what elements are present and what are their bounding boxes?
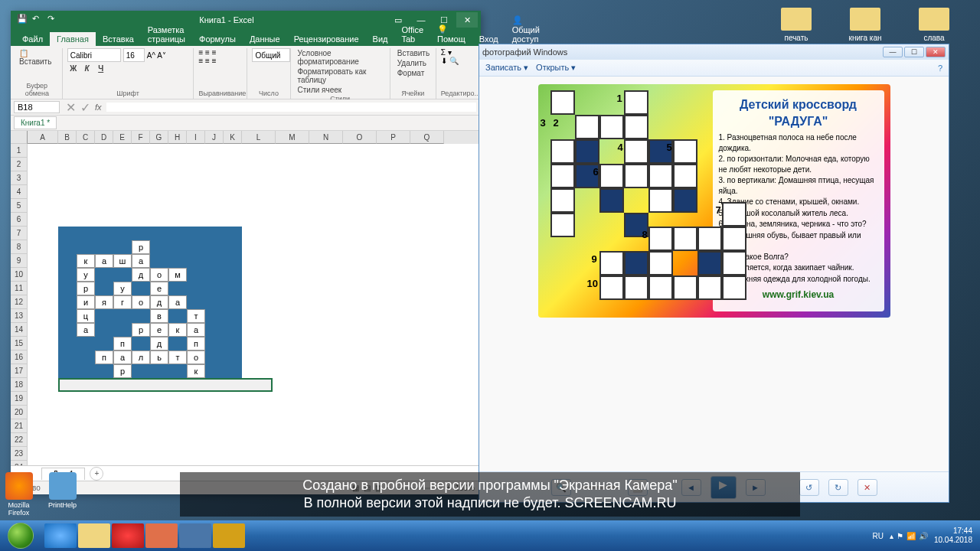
cell-styles-button[interactable]: Стили ячеек [296,85,345,95]
format-table-button[interactable]: Форматировать как таблицу [296,67,385,85]
row-header-1[interactable]: 1 [11,144,28,158]
col-header-B[interactable]: B [58,131,77,144]
spreadsheet-grid[interactable]: 1234567891011121314151617181920212223242… [11,131,481,465]
col-header-N[interactable]: N [309,131,343,144]
pv-close-button[interactable]: ✕ [926,47,946,57]
tab-review[interactable]: Рецензирование [287,32,366,46]
confirm-formula-icon[interactable]: ✓ [80,100,90,115]
cell-E11[interactable]: у [113,282,132,295]
desktop-folder-book[interactable]: книга кан [842,8,888,42]
cell-G12[interactable]: д [150,295,168,309]
tray-network-icon[interactable]: 📶 [906,532,916,540]
tab-formulas[interactable]: Формулы [192,32,243,46]
row-header-14[interactable]: 14 [11,323,28,337]
paste-button[interactable]: 📋Вставить [17,48,54,67]
col-header-Q[interactable]: Q [410,131,444,144]
insert-button[interactable]: Вставить [395,48,432,58]
row-header-7[interactable]: 7 [11,227,28,240]
row-header-3[interactable]: 3 [11,171,28,185]
row-header-21[interactable]: 21 [11,419,28,433]
cell-C13[interactable]: ц [77,309,95,323]
cell-H10[interactable]: м [168,268,187,282]
italic-button[interactable]: К [81,64,93,77]
col-header-K[interactable]: K [224,131,242,144]
row-header-8[interactable]: 8 [11,240,28,254]
desktop-folder-slava[interactable]: слава [911,8,957,42]
cell-D12[interactable]: я [95,295,113,309]
cell-G11[interactable]: е [150,282,168,295]
cell-I15[interactable]: п [187,337,205,350]
col-header-J[interactable]: J [205,131,224,144]
cell-F8[interactable]: р [132,240,150,254]
cell-H16[interactable]: т [168,350,187,364]
col-header-F[interactable]: F [132,131,150,144]
printhelp-icon[interactable]: PrintHelp [45,472,80,517]
cell-C10[interactable]: у [77,268,95,282]
taskbar-opera[interactable] [112,523,144,548]
taskbar-vk[interactable] [179,523,211,548]
doc-tab[interactable]: Книга1 * [14,116,57,129]
cell-F14[interactable]: р [132,323,150,337]
help-button[interactable]: 💡 Помощ [430,22,472,46]
cell-H12[interactable]: а [168,295,187,309]
tab-view[interactable]: Вид [366,32,395,46]
row-header-16[interactable]: 16 [11,350,28,364]
cell-G13[interactable]: в [150,309,168,323]
tab-layout[interactable]: Разметка страницы [141,23,192,46]
name-box[interactable] [14,101,60,113]
clock[interactable]: 17:44 10.04.2018 [934,527,972,545]
row-header-15[interactable]: 15 [11,337,28,350]
row-header-10[interactable]: 10 [11,268,28,282]
add-sheet-button[interactable]: + [90,467,103,481]
format-button[interactable]: Формат [395,68,427,78]
cell-E16[interactable]: а [113,350,132,364]
cell-G15[interactable]: д [150,337,168,350]
row-header-9[interactable]: 9 [11,254,28,268]
formula-input[interactable] [106,103,476,112]
delete-button[interactable]: Удалить [395,58,429,68]
row-header-11[interactable]: 11 [11,282,28,295]
cell-G16[interactable]: ь [150,350,168,364]
pv-burn-menu[interactable]: Записать ▾ [485,63,528,73]
taskbar-explorer[interactable] [78,523,110,548]
cell-D9[interactable]: а [95,254,113,268]
redo-icon[interactable]: ↷ [47,14,60,26]
col-header-H[interactable]: H [168,131,187,144]
tab-officetab[interactable]: Office Tab [395,23,431,46]
taskbar-ie[interactable] [44,523,77,548]
cell-I14[interactable]: а [187,323,205,337]
tab-home[interactable]: Главная [50,32,96,46]
bold-button[interactable]: Ж [67,64,80,77]
col-header-A[interactable]: A [28,131,58,144]
pv-open-menu[interactable]: Открыть ▾ [536,63,576,73]
cell-G10[interactable]: о [150,268,168,282]
tab-data[interactable]: Данные [243,32,287,46]
cell-I17[interactable]: к [187,364,205,378]
desktop-folder-print[interactable]: печать [773,8,819,42]
cell-D16[interactable]: п [95,350,113,364]
row-header-24[interactable]: 24 [11,461,28,465]
col-header-C[interactable]: C [77,131,95,144]
cell-C14[interactable]: а [77,323,95,337]
conditional-format-button[interactable]: Условное форматирование [296,48,385,67]
col-header-L[interactable]: L [242,131,276,144]
row-header-12[interactable]: 12 [11,295,28,309]
undo-icon[interactable]: ↶ [32,14,44,26]
col-header-P[interactable]: P [377,131,410,144]
pv-minimize-button[interactable]: — [883,47,903,57]
row-header-22[interactable]: 22 [11,433,28,447]
rotate-ccw-button[interactable]: ↺ [799,479,819,496]
tray-volume-icon[interactable]: 🔊 [919,532,928,540]
cell-I16[interactable]: о [187,350,205,364]
language-indicator[interactable]: RU [872,532,883,540]
col-header-O[interactable]: O [343,131,377,144]
cell-C11[interactable]: р [77,282,95,295]
cell-C9[interactable]: к [77,254,95,268]
cancel-formula-icon[interactable]: ✕ [66,100,76,115]
cell-E12[interactable]: г [113,295,132,309]
col-header-I[interactable]: I [187,131,205,144]
firefox-icon[interactable]: Mozilla Firefox [2,472,36,517]
cell-E9[interactable]: ш [113,254,132,268]
taskbar-app1[interactable] [145,523,178,548]
cell-F12[interactable]: о [132,295,150,309]
